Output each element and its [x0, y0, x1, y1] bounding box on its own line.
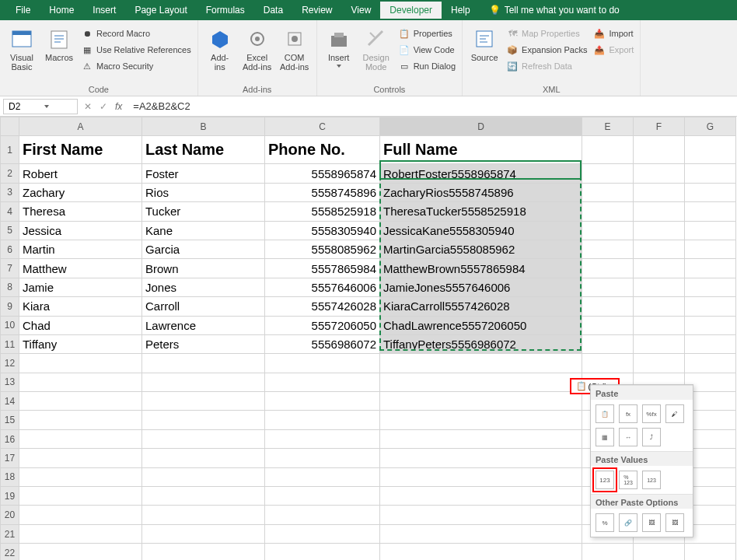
paste-formatting-button[interactable]: % — [596, 513, 614, 532]
macros-button[interactable]: Macros — [42, 23, 76, 83]
cell[interactable]: Full Name — [380, 136, 582, 164]
cell[interactable] — [582, 259, 634, 278]
cell[interactable] — [685, 164, 736, 183]
row-header[interactable]: 15 — [1, 411, 19, 429]
cell[interactable]: Foster — [142, 164, 265, 183]
cell[interactable]: Carroll — [142, 297, 265, 316]
cell[interactable] — [142, 544, 265, 560]
paste-formulas-button[interactable]: fx — [619, 404, 637, 423]
cell[interactable] — [380, 354, 582, 373]
paste-values-format-button[interactable]: 123 — [642, 471, 661, 489]
cell[interactable] — [19, 429, 142, 448]
cell[interactable] — [142, 506, 265, 524]
col-header-c[interactable]: C — [265, 117, 380, 136]
excel-addins-button[interactable]: Excel Add-ins — [240, 23, 274, 83]
row-header[interactable]: 14 — [1, 392, 19, 411]
row-header[interactable]: 9 — [1, 297, 19, 316]
row-header[interactable]: 16 — [1, 429, 19, 448]
cell[interactable] — [265, 392, 380, 411]
cell[interactable] — [380, 487, 582, 506]
paste-keep-widths-button[interactable]: ↔ — [619, 428, 637, 446]
cell[interactable] — [582, 297, 634, 316]
cell[interactable]: MartinGarcia5558085962 — [380, 240, 582, 258]
cell[interactable]: Lawrence — [142, 316, 265, 334]
paste-formulas-number-button[interactable]: %fx — [642, 404, 661, 423]
paste-transpose-button[interactable]: ⤴ — [642, 428, 661, 446]
cell[interactable] — [582, 183, 634, 201]
cell[interactable] — [634, 183, 685, 201]
row-header[interactable]: 8 — [1, 278, 19, 296]
cell[interactable] — [634, 259, 685, 278]
cell[interactable] — [380, 524, 582, 543]
row-header[interactable]: 2 — [1, 164, 19, 183]
cell[interactable] — [634, 297, 685, 316]
expansion-packs-button[interactable]: 📦Expansion Packs — [505, 43, 589, 57]
cell[interactable]: Rios — [142, 183, 265, 201]
row-header[interactable]: 19 — [1, 487, 19, 506]
cell[interactable] — [265, 449, 380, 467]
cell[interactable] — [685, 316, 736, 334]
tab-help[interactable]: Help — [442, 2, 480, 19]
row-header[interactable]: 5 — [1, 221, 19, 240]
cell[interactable] — [582, 316, 634, 334]
cell[interactable] — [380, 449, 582, 467]
paste-all-button[interactable]: 📋 — [596, 404, 614, 423]
select-all-corner[interactable] — [1, 117, 19, 136]
cell[interactable] — [634, 240, 685, 258]
row-header[interactable]: 13 — [1, 373, 19, 391]
paste-keep-formatting-button[interactable]: 🖌 — [665, 404, 684, 423]
cell[interactable] — [19, 354, 142, 373]
macro-security-button[interactable]: ⚠Macro Security — [79, 59, 193, 73]
cell[interactable]: JamieJones5557646006 — [380, 278, 582, 296]
row-header[interactable]: 4 — [1, 202, 19, 221]
cell[interactable]: JessicaKane5558305940 — [380, 221, 582, 240]
cell[interactable]: 5558305940 — [265, 221, 380, 240]
cell[interactable]: TheresaTucker5558525918 — [380, 202, 582, 221]
cell[interactable] — [265, 544, 380, 560]
cell[interactable] — [685, 136, 736, 164]
design-mode-button[interactable]: Design Mode — [359, 23, 393, 83]
row-header[interactable]: 17 — [1, 449, 19, 467]
row-header[interactable]: 7 — [1, 259, 19, 278]
cell[interactable]: Jamie — [19, 278, 142, 296]
cell[interactable]: KiaraCarroll5557426028 — [380, 297, 582, 316]
paste-no-borders-button[interactable]: ▦ — [596, 428, 614, 446]
cell[interactable] — [265, 506, 380, 524]
com-addins-button[interactable]: COM Add-ins — [278, 23, 312, 83]
cell[interactable]: MatthewBrown5557865984 — [380, 259, 582, 278]
cell[interactable]: 5558525918 — [265, 202, 380, 221]
import-button[interactable]: 📥Import — [592, 26, 635, 40]
cell[interactable]: 5556986072 — [265, 334, 380, 353]
cell[interactable] — [380, 506, 582, 524]
cell[interactable]: Peters — [142, 334, 265, 353]
insert-control-button[interactable]: Insert — [322, 23, 356, 83]
cell[interactable] — [380, 411, 582, 429]
cell[interactable] — [685, 278, 736, 296]
cell[interactable] — [685, 240, 736, 258]
visual-basic-button[interactable]: Visual Basic — [5, 23, 39, 83]
cell[interactable] — [19, 411, 142, 429]
paste-link-button[interactable]: 🔗 — [619, 513, 637, 532]
cell[interactable] — [582, 278, 634, 296]
cell[interactable] — [634, 164, 685, 183]
cell[interactable] — [685, 183, 736, 201]
paste-linked-picture-button[interactable]: 🖼 — [665, 513, 684, 532]
cell[interactable] — [19, 524, 142, 543]
col-header-e[interactable]: E — [582, 117, 634, 136]
cell[interactable] — [142, 373, 265, 391]
cell[interactable] — [265, 487, 380, 506]
cell[interactable] — [685, 297, 736, 316]
cell[interactable] — [582, 202, 634, 221]
relative-refs-button[interactable]: ▦Use Relative References — [79, 43, 193, 57]
cell[interactable]: 5557206050 — [265, 316, 380, 334]
cell[interactable] — [380, 544, 582, 560]
cell[interactable]: Kane — [142, 221, 265, 240]
col-header-g[interactable]: G — [685, 117, 736, 136]
cell[interactable]: 5558085962 — [265, 240, 380, 258]
row-header[interactable]: 3 — [1, 183, 19, 201]
cell[interactable]: TiffanyPeters5556986072 — [380, 334, 582, 353]
cell[interactable] — [265, 467, 380, 486]
cell[interactable] — [685, 221, 736, 240]
row-header[interactable]: 11 — [1, 334, 19, 353]
cell[interactable] — [685, 334, 736, 353]
